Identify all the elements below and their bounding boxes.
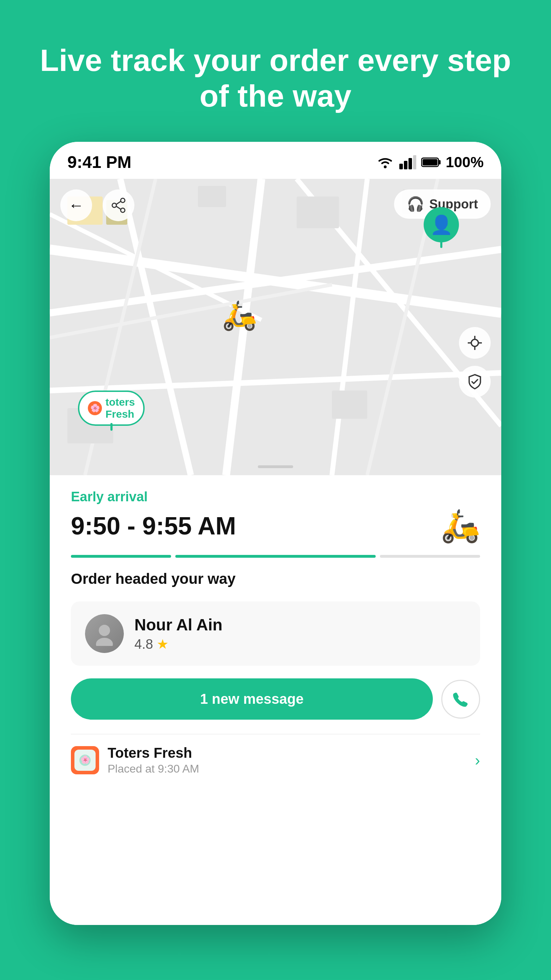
locate-icon: [467, 334, 483, 352]
svg-rect-23: [297, 196, 339, 228]
wifi-icon: [376, 155, 394, 169]
share-button[interactable]: [103, 189, 134, 221]
chevron-right-icon: ›: [475, 751, 480, 769]
svg-rect-3: [408, 158, 412, 169]
svg-rect-2: [404, 161, 408, 169]
rider-name: Nour Al Ain: [134, 615, 466, 634]
safety-button[interactable]: [459, 366, 490, 398]
rider-card: Nour Al Ain 4.8 ★: [71, 601, 480, 666]
battery-text: 100%: [446, 154, 484, 171]
star-icon: ★: [157, 636, 169, 652]
signal-icon: [399, 155, 416, 169]
drag-handle: [258, 465, 293, 468]
progress-seg-1: [71, 555, 171, 558]
svg-point-0: [384, 165, 387, 168]
svg-point-29: [121, 208, 125, 212]
arrival-time-row: 9:50 - 9:55 AM 🛵: [71, 507, 480, 544]
store-name: Toters Fresh: [108, 745, 467, 761]
store-footer[interactable]: 🌸 Toters Fresh Placed at 9:30 AM ›: [71, 734, 480, 775]
rider-info: Nour Al Ain 4.8 ★: [134, 615, 466, 652]
user-icon: 👤: [430, 214, 453, 235]
locate-me-button[interactable]: [459, 327, 490, 359]
svg-line-30: [116, 201, 121, 204]
user-destination-pin: 👤: [424, 207, 459, 242]
back-icon: ←: [68, 196, 84, 214]
svg-point-28: [112, 203, 116, 207]
rating-value: 4.8: [134, 637, 153, 652]
back-button[interactable]: ←: [61, 189, 92, 221]
progress-seg-2: [175, 555, 376, 558]
svg-line-31: [116, 206, 121, 209]
svg-rect-26: [332, 391, 367, 419]
order-status-text: Order headed your way: [71, 570, 480, 587]
store-placed-time: Placed at 9:30 AM: [108, 762, 467, 775]
svg-point-32: [471, 339, 478, 347]
rider-map-marker: 🛵: [222, 299, 257, 332]
message-button[interactable]: 1 new message: [71, 678, 433, 720]
store-pin-label: totersFresh: [105, 396, 135, 420]
svg-rect-1: [399, 164, 403, 169]
map-area: ← 🎧 Support 👤 🌸 totersFresh �: [50, 179, 501, 475]
store-logo-small: 🌸: [71, 746, 99, 774]
svg-point-27: [121, 198, 125, 202]
call-button[interactable]: [441, 680, 480, 719]
status-bar: 9:41 PM 100%: [50, 142, 501, 179]
headset-icon: 🎧: [407, 196, 424, 212]
rider-avatar: [85, 614, 124, 653]
phone-frame: 9:41 PM 100%: [50, 142, 501, 925]
rider-avatar-image: [85, 614, 124, 653]
svg-rect-6: [438, 160, 441, 164]
progress-seg-3: [380, 555, 480, 558]
shield-icon: [467, 373, 483, 390]
share-icon: [111, 197, 126, 213]
arrival-time: 9:50 - 9:55 AM: [71, 512, 236, 540]
early-arrival-label: Early arrival: [71, 489, 480, 504]
svg-point-38: [96, 638, 113, 646]
store-logo-icon: 🌸: [88, 401, 102, 415]
svg-rect-22: [198, 186, 226, 207]
info-panel: Early arrival 9:50 - 9:55 AM 🛵 Order hea…: [50, 475, 501, 925]
action-row: 1 new message: [71, 678, 480, 720]
rider-illustration: 🛵: [441, 507, 480, 544]
phone-icon: [452, 690, 470, 708]
battery-icon: [421, 157, 441, 168]
svg-point-37: [99, 625, 110, 636]
svg-rect-4: [413, 155, 416, 169]
status-icons: 100%: [376, 154, 484, 171]
store-info: Toters Fresh Placed at 9:30 AM: [108, 745, 467, 775]
hero-title: Live track your order every step of the …: [0, 0, 551, 142]
store-map-pin: 🌸 totersFresh: [78, 391, 145, 426]
progress-track: [71, 555, 480, 558]
svg-text:🌸: 🌸: [80, 755, 90, 764]
svg-rect-7: [423, 159, 438, 165]
status-time: 9:41 PM: [67, 153, 131, 172]
rider-rating: 4.8 ★: [134, 636, 466, 652]
